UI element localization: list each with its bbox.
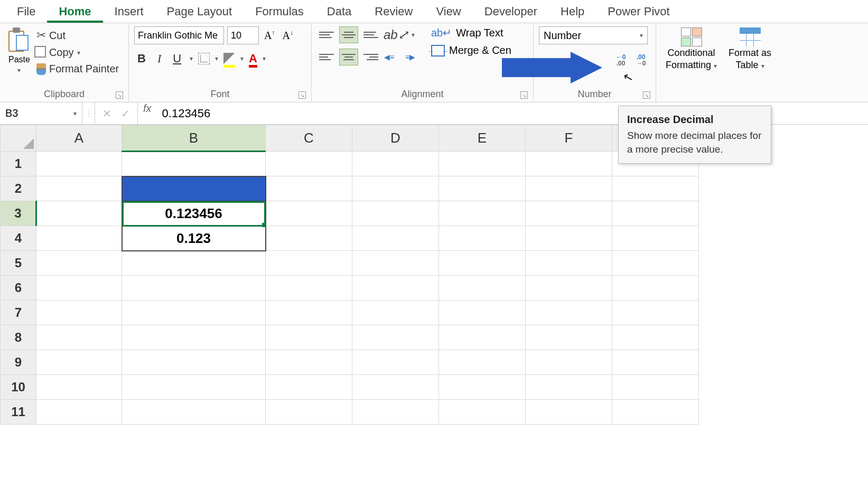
tab-developer[interactable]: Developer [473, 1, 549, 23]
borders-button[interactable] [198, 53, 210, 64]
name-box[interactable]: B3 ▾ [0, 102, 82, 124]
wrap-text-button[interactable]: ab↵ Wrap Text [431, 26, 511, 39]
increase-indent-button[interactable]: ≡▶ [405, 49, 423, 65]
cell-B4[interactable]: 0.123 [122, 226, 266, 251]
col-header-D[interactable]: D [352, 125, 439, 152]
number-format-select[interactable]: Number ▾ [539, 26, 648, 44]
italic-button[interactable]: I [154, 51, 164, 67]
bold-button[interactable]: B [134, 51, 149, 67]
align-center-button[interactable] [339, 49, 358, 65]
row-header-3[interactable]: 3 [1, 201, 36, 226]
row-header-5[interactable]: 5 [1, 251, 36, 276]
tooltip-body: Show more decimal places for a more prec… [627, 129, 762, 156]
chevron-down-icon[interactable]: ▾ [412, 31, 415, 39]
chevron-down-icon[interactable]: ▾ [17, 67, 21, 74]
fill-color-button[interactable] [223, 53, 235, 64]
group-font: A↑ A↓ B I U ▾ ▾ ▾ A ▾ Font ↘ [129, 23, 312, 102]
chevron-down-icon[interactable]: ▾ [77, 49, 80, 57]
group-label-alignment: Alignment ↘ [317, 87, 528, 101]
row-header-4[interactable]: 4 [1, 226, 36, 251]
col-header-C[interactable]: C [266, 125, 352, 152]
spreadsheet-grid[interactable]: A B C D E F G 1 2 30.123456 40.123 5 6 7… [0, 125, 868, 425]
underline-button[interactable]: U [170, 51, 184, 67]
tab-data[interactable]: Data [315, 1, 363, 23]
cut-button[interactable]: ✂ Cut [36, 29, 119, 42]
group-label-number: Number ↘ [539, 87, 650, 101]
ribbon-tabs: File Home Insert Page Layout Formulas Da… [0, 0, 868, 23]
cancel-formula-button[interactable]: ✕ [102, 107, 111, 120]
cell-B3[interactable]: 0.123456 [122, 201, 266, 226]
tab-view[interactable]: View [424, 1, 472, 23]
conditional-formatting-icon [681, 27, 702, 46]
tooltip-title: Increase Decimal [627, 114, 762, 126]
group-alignment: ab⤢ ▾ ◀≡ ≡▶ ab↵ Wrap Text Me [312, 23, 534, 102]
tab-help[interactable]: Help [549, 1, 596, 23]
fat-label-1: Format as [729, 48, 771, 59]
format-painter-button[interactable]: Format Painter [36, 63, 119, 75]
chevron-down-icon[interactable]: ▾ [263, 55, 266, 62]
row-header-7[interactable]: 7 [1, 301, 36, 325]
row-header-10[interactable]: 10 [1, 375, 36, 400]
conditional-formatting-button[interactable]: Conditional Formatting ▾ [661, 26, 721, 72]
dialog-launcher-icon[interactable]: ↘ [643, 91, 650, 99]
chevron-down-icon[interactable]: ▾ [215, 55, 218, 62]
tab-power-pivot[interactable]: Power Pivot [596, 1, 681, 23]
align-middle-button[interactable] [339, 26, 358, 43]
dialog-launcher-icon[interactable]: ↘ [298, 91, 306, 99]
tab-formulas[interactable]: Formulas [244, 1, 315, 23]
tooltip-increase-decimal: Increase Decimal Show more decimal place… [618, 106, 771, 164]
row-header-8[interactable]: 8 [1, 325, 36, 350]
select-all-corner[interactable] [1, 125, 36, 152]
align-bottom-button[interactable] [361, 26, 380, 43]
col-header-B[interactable]: B [122, 125, 266, 152]
align-right-button[interactable] [361, 49, 380, 65]
tab-file[interactable]: File [5, 1, 47, 23]
row-header-6[interactable]: 6 [1, 276, 36, 301]
format-painter-label: Format Painter [49, 63, 119, 75]
col-header-F[interactable]: F [526, 125, 612, 152]
font-color-button[interactable]: A [249, 52, 257, 65]
scissors-icon: ✂ [36, 29, 46, 42]
tab-home[interactable]: Home [47, 1, 102, 23]
font-size-select[interactable] [227, 26, 259, 44]
col-header-A[interactable]: A [36, 125, 122, 152]
tab-insert[interactable]: Insert [103, 1, 155, 23]
paste-label: Paste [8, 55, 30, 64]
cut-label: Cut [49, 30, 66, 42]
increase-decimal-button[interactable]: ←0.00 [611, 51, 630, 70]
align-top-button[interactable] [317, 26, 336, 43]
dialog-launcher-icon[interactable]: ↘ [520, 91, 528, 99]
font-name-select[interactable] [134, 26, 224, 44]
decrease-indent-button[interactable]: ◀≡ [384, 49, 402, 65]
wrap-text-icon: ab↵ [431, 26, 452, 39]
cf-label-2: Formatting [666, 60, 711, 70]
enter-formula-button[interactable]: ✓ [121, 107, 130, 120]
dialog-launcher-icon[interactable]: ↘ [116, 91, 123, 99]
decrease-font-button[interactable]: A↓ [280, 29, 295, 42]
increase-font-button[interactable]: A↑ [262, 29, 277, 42]
chevron-down-icon: ▾ [714, 62, 717, 70]
row-header-2[interactable]: 2 [1, 176, 36, 201]
fx-icon[interactable]: fx [138, 102, 157, 124]
name-box-value: B3 [5, 107, 18, 119]
cell-B2[interactable] [122, 176, 266, 201]
row-header-1[interactable]: 1 [1, 152, 36, 176]
align-left-button[interactable] [317, 49, 336, 65]
paste-button[interactable]: Paste ▾ [5, 26, 33, 75]
merge-icon [431, 45, 445, 57]
chevron-down-icon[interactable]: ▾ [190, 55, 193, 62]
tab-page-layout[interactable]: Page Layout [155, 1, 244, 23]
number-format-value: Number [544, 30, 581, 42]
row-header-11[interactable]: 11 [1, 400, 36, 425]
format-as-table-button[interactable]: Format as Table ▾ [724, 26, 776, 72]
merge-center-button[interactable]: Merge & Cen [431, 44, 511, 57]
row-header-9[interactable]: 9 [1, 350, 36, 375]
tab-review[interactable]: Review [363, 1, 424, 23]
chevron-down-icon[interactable]: ▾ [73, 110, 77, 117]
copy-button[interactable]: Copy ▾ [36, 46, 119, 59]
orientation-button[interactable]: ab⤢ [384, 27, 408, 42]
chevron-down-icon[interactable]: ▾ [240, 55, 244, 62]
decrease-decimal-button[interactable]: .00→0 [631, 51, 650, 70]
col-header-E[interactable]: E [439, 125, 526, 152]
table-icon [740, 27, 761, 46]
